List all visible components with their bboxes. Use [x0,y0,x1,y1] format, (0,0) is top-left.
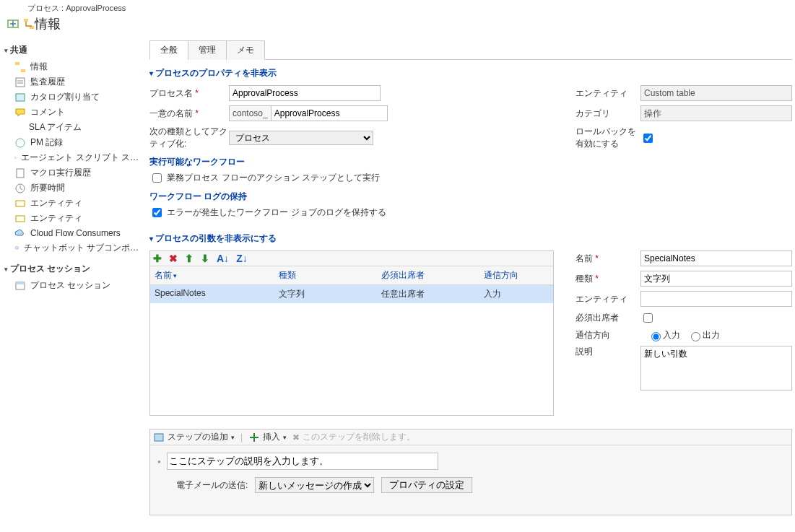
col-required[interactable]: 必須出席者 [377,266,479,284]
email-action-select[interactable]: 新しいメッセージの作成 [255,477,374,493]
cloud-icon [14,227,26,239]
label-activate-as: 次の種類としてアクティブ化: [149,126,229,150]
nav-item-entity-1[interactable]: エンティティ [4,196,142,211]
label-unique-name: 一意の名前 [149,108,229,120]
arg-desc-textarea[interactable]: 新しい引数 [640,346,792,391]
clock-icon [14,183,26,194]
col-name[interactable]: 名前▾ [150,266,274,284]
arg-required-checkbox[interactable] [643,313,653,323]
label-arg-direction: 通信方向 [575,329,640,341]
col-direction[interactable]: 通信方向 [479,266,553,284]
section-arguments[interactable]: プロセスの引数を非表示にする [149,232,792,245]
svg-rect-16 [155,434,163,441]
subhead-exec-wf: 実行可能なワークフロー [149,156,554,168]
sort-asc-icon[interactable]: A↓ [217,253,229,264]
insert-step-button[interactable]: 挿入 ▾ [248,431,287,443]
unique-name-input[interactable] [271,105,388,121]
entity-input [640,85,792,101]
nav-item-comment[interactable]: コメント [4,105,142,120]
macro-icon [14,167,26,179]
add-step-icon [153,432,165,443]
nav-item-cloudflow[interactable]: Cloud Flow Consumers [4,226,142,240]
arg-type-input[interactable] [640,271,792,287]
set-properties-button[interactable]: プロパティの設定 [381,477,472,493]
radio-output-label[interactable]: 出力 [687,329,720,341]
nav-item-info[interactable]: 情報 [4,59,142,74]
svg-rect-15 [16,282,25,284]
nav-group-common[interactable]: 共通 [4,44,142,56]
nav-item-catalog[interactable]: カタログ割り当て [4,90,142,105]
dir-in-radio[interactable] [651,332,661,341]
entity-icon [14,213,26,224]
audit-icon [14,77,26,88]
label-log-err: エラーが発生したワークフロー ジョブのログを保持する [167,207,386,217]
step-desc-input[interactable] [167,453,438,470]
svg-rect-4 [21,69,25,72]
tab-general[interactable]: 全般 [149,40,188,60]
chevron-down-icon: ▾ [231,434,235,441]
label-arg-name: 名前 [575,253,640,265]
arg-name-input[interactable] [640,250,792,266]
delete-step-button[interactable]: ✖ このステップを削除します。 [292,431,415,443]
nav-item-pm[interactable]: PM 記録 [4,135,142,150]
sidebar-nav: 共通 情報 監査履歴 カタログ割り当て コメント SLA アイテム PM 記録 … [0,35,142,300]
add-step-button[interactable]: ステップの追加 ▾ [153,431,235,443]
dir-out-radio[interactable] [691,332,700,341]
svg-rect-3 [15,62,19,65]
arg-entity-input[interactable] [640,291,792,307]
nav-item-macro[interactable]: マクロ実行履歴 [4,165,142,180]
label-send-email: 電子メールの送信: [176,479,248,492]
page-header: プロセス : ApprovalProcess 情報 [0,0,795,35]
category-input [640,105,792,121]
label-bpf-step: 業務プロセス フローのアクション ステップとして実行 [167,173,380,183]
radio-input-label[interactable]: 入力 [648,329,680,341]
script-icon [14,152,17,164]
unique-prefix: contoso_ [229,105,271,121]
svg-rect-6 [16,94,25,101]
nav-item-entity-2[interactable]: エンティティ [4,211,142,226]
svg-rect-5 [16,78,25,87]
comment-icon [14,107,26,118]
section-properties[interactable]: プロセスのプロパティを非表示 [149,67,792,79]
nav-item-agent-script[interactable]: エージェント スクリプト ス… [4,150,142,165]
tab-strip: 全般 管理 メモ [149,40,792,60]
chevron-down-icon: ▾ [283,434,287,441]
arguments-grid: ✚ ✖ ⬆ ⬇ A↓ Z↓ 名前▾ 種類 必須出席者 通信方向 [149,250,554,416]
tab-admin[interactable]: 管理 [188,40,227,60]
subhead-log: ワークフロー ログの保持 [149,191,554,203]
bpf-step-checkbox[interactable] [152,173,162,183]
col-type[interactable]: 種類 [274,266,377,284]
nav-item-audit[interactable]: 監査履歴 [4,74,142,90]
process-name-input[interactable] [229,85,381,101]
page-title: 情報 [35,15,61,32]
step-bullet-icon: ● [157,458,161,465]
workflow-icon [23,18,35,30]
nav-item-chatbot[interactable]: チャットボット サブコンポ… [4,240,142,256]
label-process-name: プロセス名 [149,87,229,100]
tab-memo[interactable]: メモ [226,40,265,60]
sort-desc-icon[interactable]: Z↓ [236,253,248,264]
svg-rect-12 [16,216,25,222]
breadcrumb: プロセス : ApprovalProcess [27,3,788,14]
label-rollback: ロールバックを有効にする [575,126,640,150]
nav-item-sla[interactable]: SLA アイテム [4,120,142,135]
svg-rect-11 [16,201,25,206]
svg-rect-9 [17,169,24,178]
nav-item-duration[interactable]: 所要時間 [4,180,142,196]
delete-arg-icon[interactable]: ✖ [169,253,178,264]
process-icon [7,18,19,30]
nav-item-process-session[interactable]: プロセス セッション [4,278,142,293]
label-arg-type: 種類 [575,273,640,285]
move-down-icon[interactable]: ⬇ [201,253,209,264]
activate-as-select[interactable]: プロセス [229,131,373,145]
log-err-checkbox[interactable] [152,208,162,217]
move-up-icon[interactable]: ⬆ [185,253,194,264]
svg-rect-1 [24,19,28,22]
arg-row[interactable]: SpecialNotes 文字列 任意出席者 入力 [150,285,553,303]
label-arg-required: 必須出席者 [575,312,640,324]
svg-rect-13 [15,247,18,249]
add-arg-icon[interactable]: ✚ [153,253,162,264]
nav-group-session[interactable]: プロセス セッション [4,263,142,275]
rollback-checkbox[interactable] [643,134,653,143]
session-icon [14,280,26,292]
